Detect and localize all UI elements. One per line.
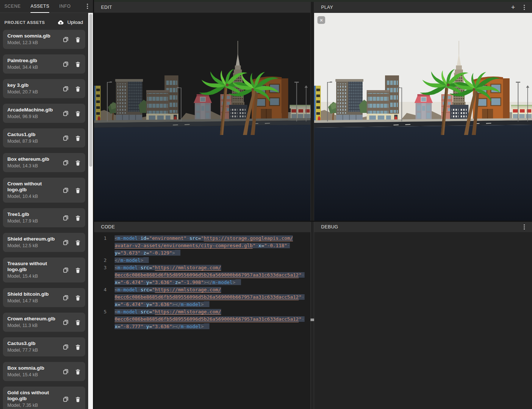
delete-asset-button[interactable]: [73, 158, 83, 167]
asset-card[interactable]: Shield ethereum.glb Model, 12.5 kB: [3, 233, 85, 252]
copy-asset-button[interactable]: [61, 84, 71, 93]
sidebar-content: PROJECT ASSETS Upload Crown somnia.glb M…: [0, 13, 88, 409]
delete-asset-button[interactable]: [73, 59, 83, 69]
upload-label: Upload: [67, 19, 83, 25]
copy-asset-button[interactable]: [61, 265, 71, 275]
copy-asset-button[interactable]: [61, 293, 71, 302]
edit-panel-header: EDIT: [94, 2, 310, 13]
asset-card[interactable]: Tree1.glb Model, 17.9 kB: [3, 208, 85, 227]
copy-asset-button[interactable]: [61, 35, 71, 44]
play-menu-button[interactable]: [522, 4, 527, 10]
copy-icon: [62, 36, 69, 43]
copy-asset-button[interactable]: [61, 394, 71, 404]
asset-name: key 3.glb: [7, 82, 59, 88]
delete-asset-button[interactable]: [73, 367, 83, 376]
city-scene: [94, 13, 310, 221]
vertical-splitter-bottom[interactable]: [310, 222, 314, 409]
delete-asset-button[interactable]: [73, 133, 83, 143]
trash-icon: [75, 239, 81, 246]
copy-asset-button[interactable]: [61, 185, 71, 195]
asset-name: Crown somnia.glb: [7, 33, 59, 39]
asset-card[interactable]: Box ethereum.glb Model, 14.3 kB: [3, 153, 85, 172]
code-line: 1<m-model·​id="environment"·​src="https:…: [94, 235, 310, 257]
delete-asset-button[interactable]: [73, 109, 83, 118]
building-gray-tower: [335, 79, 363, 122]
code-editor[interactable]: 1<m-model·​id="environment"·​src="https:…: [94, 232, 310, 409]
add-client-button[interactable]: +: [510, 4, 516, 11]
delete-asset-button[interactable]: [73, 238, 83, 247]
code-line: 5<m-model·​src="https:/​/​mmlstorage.com…: [94, 308, 310, 330]
asset-card[interactable]: Shield bitcoin.glb Model, 14.7 kB: [3, 288, 85, 307]
tab-assets[interactable]: ASSETS: [30, 0, 49, 13]
asset-meta: Model, 17.9 kB: [7, 218, 59, 224]
copy-asset-button[interactable]: [61, 59, 71, 69]
debug-panel-title: DEBUG: [321, 224, 338, 230]
asset-meta: Model, 20.7 kB: [7, 89, 59, 95]
delete-asset-button[interactable]: [73, 213, 83, 223]
copy-asset-button[interactable]: [61, 158, 71, 167]
asset-meta: Model, 15.4 kB: [7, 372, 59, 378]
asset-card[interactable]: Crown somnia.glb Model, 12.3 kB: [3, 30, 85, 49]
sidebar-scrollbar-thumb[interactable]: [89, 14, 92, 167]
debug-menu-button[interactable]: [522, 224, 527, 230]
asset-card[interactable]: Palmtree.glb Model, 34.4 kB: [3, 54, 85, 74]
tab-strip: SCENEASSETSINFO: [4, 0, 80, 13]
asset-card[interactable]: Cactus3.glb Model, 77.7 kB: [3, 337, 85, 356]
project-assets-title: PROJECT ASSETS: [4, 20, 45, 25]
asset-card[interactable]: Cactus1.glb Model, 87.9 kB: [3, 128, 85, 147]
copy-asset-button[interactable]: [61, 133, 71, 143]
asset-card[interactable]: Crown ethereum.glb Model, 11.3 kB: [3, 313, 85, 332]
play-viewport-canvas[interactable]: ×: [314, 13, 532, 221]
delete-asset-button[interactable]: [73, 317, 83, 327]
asset-name: Shield bitcoin.glb: [7, 291, 59, 297]
edit-viewport-canvas[interactable]: [94, 13, 310, 221]
trash-icon: [75, 135, 81, 142]
copy-icon: [62, 368, 69, 375]
splitter-drag-handle[interactable]: [310, 319, 314, 321]
copy-asset-button[interactable]: [61, 109, 71, 118]
copy-asset-button[interactable]: [61, 213, 71, 223]
delete-asset-button[interactable]: [73, 35, 83, 44]
asset-card[interactable]: Gold cins without logo.glb Model, 7.35 k…: [3, 387, 85, 409]
copy-asset-button[interactable]: [61, 238, 71, 247]
copy-icon: [62, 294, 69, 301]
delete-asset-button[interactable]: [73, 342, 83, 352]
asset-card[interactable]: ArcadeMachine.glb Model, 96.9 kB: [3, 104, 85, 123]
play-panel-header: PLAY +: [314, 2, 532, 13]
upload-button[interactable]: Upload: [57, 19, 83, 25]
delete-asset-button[interactable]: [73, 394, 83, 404]
delete-asset-button[interactable]: [73, 293, 83, 302]
delete-asset-button[interactable]: [73, 265, 83, 275]
delete-asset-button[interactable]: [73, 185, 83, 195]
debug-panel-header: DEBUG: [314, 222, 532, 232]
sidebar-scrollbar-track[interactable]: [88, 13, 93, 409]
tab-info[interactable]: INFO: [59, 0, 71, 13]
asset-name: Box somnia.glb: [7, 365, 59, 371]
asset-card[interactable]: key 3.glb Model, 20.7 kB: [3, 79, 85, 98]
copy-asset-button[interactable]: [61, 367, 71, 376]
asset-card[interactable]: Crown without logo.glb Model, 10.4 kB: [3, 178, 85, 203]
building-red-roof-house: [414, 94, 433, 122]
trash-icon: [75, 214, 81, 221]
copy-icon: [62, 159, 69, 166]
sidebar-menu-button[interactable]: [85, 3, 90, 9]
asset-card[interactable]: Box somnia.glb Model, 15.4 kB: [3, 362, 85, 381]
asset-name: Treasure without logo.glb: [7, 261, 59, 273]
asset-meta: Model, 14.7 kB: [7, 298, 59, 304]
asset-name: Gold cins without logo.glb: [7, 390, 59, 402]
asset-name: Crown without logo.glb: [7, 181, 59, 193]
debug-output: [314, 232, 532, 409]
vertical-splitter-top[interactable]: [310, 2, 314, 221]
asset-meta: Model, 96.9 kB: [7, 114, 59, 120]
copy-asset-button[interactable]: [61, 342, 71, 352]
asset-meta: Model, 34.4 kB: [7, 65, 59, 70]
delete-asset-button[interactable]: [73, 84, 83, 93]
copy-icon: [62, 267, 69, 273]
asset-card[interactable]: Treasure without logo.glb Model, 15.4 kB: [3, 257, 85, 282]
copy-asset-button[interactable]: [61, 317, 71, 327]
asset-name: Crown ethereum.glb: [7, 316, 59, 322]
code-line: 2</m-model>: [94, 257, 310, 264]
close-client-button[interactable]: ×: [317, 16, 325, 24]
kebab-menu-icon: [524, 4, 525, 10]
tab-scene[interactable]: SCENE: [4, 0, 21, 13]
